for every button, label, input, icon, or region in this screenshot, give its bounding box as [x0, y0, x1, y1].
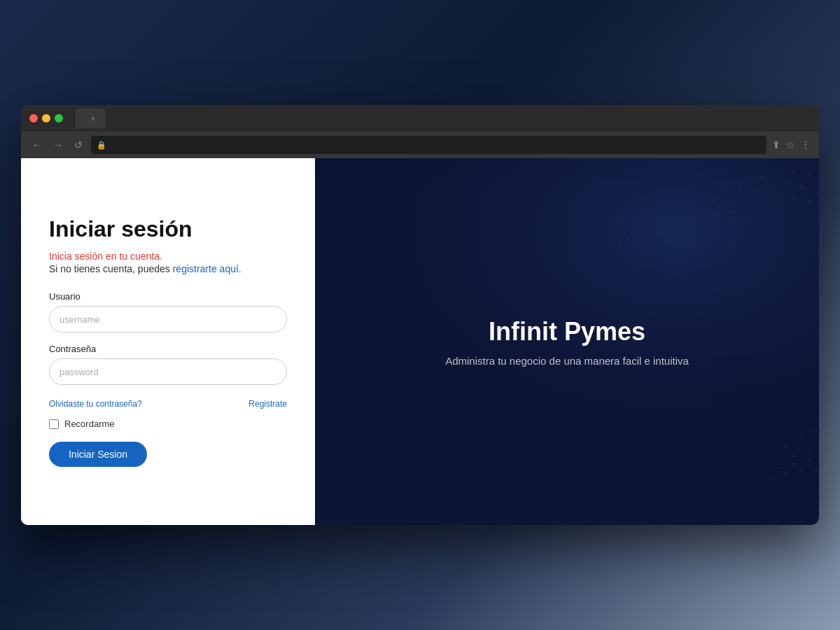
svg-point-23	[732, 202, 734, 204]
svg-point-43	[800, 470, 802, 472]
svg-point-52	[687, 233, 688, 234]
svg-point-46	[596, 233, 598, 234]
svg-point-29	[800, 436, 802, 438]
browser-window: × ← → ↺ 🔒 ⬆ ☆ ⋮ Iniciar sesión Inicia se…	[21, 105, 819, 525]
address-bar[interactable]: 🔒	[91, 136, 766, 154]
svg-point-4	[792, 171, 794, 173]
password-input[interactable]	[49, 358, 287, 385]
svg-point-24	[702, 218, 704, 220]
svg-point-16	[807, 201, 809, 203]
svg-point-10	[800, 186, 802, 188]
svg-point-57	[664, 242, 666, 244]
login-button[interactable]: Iniciar Sesion	[49, 442, 147, 467]
browser-titlebar: ×	[21, 105, 819, 132]
svg-point-55	[634, 246, 636, 248]
forgot-password-link[interactable]: Olvidaste tu contraseña?	[49, 399, 142, 409]
svg-point-28	[785, 444, 787, 446]
svg-point-50	[657, 232, 658, 233]
login-title: Iniciar sesión	[49, 216, 287, 242]
svg-point-47	[612, 229, 613, 230]
svg-point-27	[747, 216, 749, 218]
subtitle-prefix: Si no tienes cuenta, puedes	[49, 263, 173, 274]
register-link[interactable]: Registrate	[248, 399, 287, 409]
svg-point-48	[626, 239, 628, 240]
svg-point-41	[769, 478, 771, 480]
lock-icon: 🔒	[97, 141, 106, 150]
active-tab[interactable]: ×	[76, 108, 105, 128]
tab-bar: ×	[76, 108, 811, 128]
username-label: Usuario	[49, 291, 287, 302]
remember-label: Recordarme	[64, 419, 115, 429]
svg-point-44	[815, 468, 817, 470]
svg-point-59	[694, 244, 696, 246]
svg-point-58	[680, 246, 681, 248]
traffic-lights	[29, 114, 63, 122]
login-panel: Iniciar sesión Inicia sesión en tu cuent…	[21, 158, 315, 525]
bookmark-icon[interactable]: ☆	[786, 139, 795, 150]
svg-point-51	[672, 237, 673, 239]
svg-point-13	[762, 202, 764, 204]
svg-point-54	[619, 242, 620, 244]
close-button-traffic[interactable]	[29, 114, 38, 122]
minimize-button-traffic[interactable]	[42, 114, 50, 122]
share-icon[interactable]: ⬆	[772, 139, 780, 150]
svg-point-42	[785, 474, 787, 476]
svg-point-53	[604, 244, 606, 246]
username-input[interactable]	[49, 306, 287, 332]
svg-point-7	[755, 191, 757, 193]
svg-point-3	[777, 172, 779, 174]
form-actions: Olvidaste tu contraseña? Registrate	[49, 399, 287, 409]
svg-point-1	[747, 180, 749, 182]
svg-point-37	[792, 463, 794, 465]
subtitle-line1: Inicia sesión en tu cuenta.	[49, 251, 287, 262]
forward-button[interactable]: →	[50, 136, 66, 153]
svg-point-19	[710, 195, 712, 197]
password-group: Contraseña	[49, 344, 287, 385]
svg-point-56	[650, 244, 651, 246]
reload-button[interactable]: ↺	[71, 136, 85, 153]
svg-point-5	[807, 174, 809, 176]
svg-point-9	[785, 183, 787, 186]
remember-me-group: Recordarme	[49, 419, 287, 429]
svg-point-30	[815, 429, 817, 431]
maximize-button-traffic[interactable]	[55, 114, 63, 122]
svg-point-14	[777, 199, 779, 201]
svg-point-26	[732, 211, 734, 214]
browser-toolbar: ← → ↺ 🔒 ⬆ ☆ ⋮	[21, 132, 819, 158]
hero-panel: // Generate dots inline via SVG	[315, 158, 819, 525]
menu-icon[interactable]: ⋮	[801, 139, 811, 150]
svg-point-8	[769, 188, 771, 190]
svg-point-33	[807, 450, 809, 452]
password-label: Contraseña	[49, 344, 287, 354]
subtitle-line2: Si no tienes cuenta, puedes registrarte …	[49, 263, 287, 274]
subtitle-colored-text: Inicia sesión en tu cuenta.	[49, 251, 162, 262]
svg-point-22	[717, 206, 719, 209]
back-button[interactable]: ←	[29, 136, 45, 153]
page-content: Iniciar sesión Inicia sesión en tu cuent…	[21, 158, 819, 525]
remember-checkbox[interactable]	[49, 419, 59, 429]
svg-point-11	[815, 191, 817, 193]
svg-point-2	[762, 176, 764, 178]
svg-point-15	[792, 196, 794, 198]
svg-point-20	[724, 189, 727, 191]
svg-point-21	[740, 186, 742, 188]
tab-close-icon[interactable]: ×	[91, 115, 95, 122]
toolbar-actions: ⬆ ☆ ⋮	[772, 139, 811, 150]
username-group: Usuario	[49, 291, 287, 332]
svg-point-36	[777, 466, 779, 468]
register-here-link[interactable]: registrarte aquí.	[173, 263, 241, 274]
svg-point-25	[717, 214, 719, 216]
hero-subtitle: Administra tu negocio de una manera faci…	[445, 355, 689, 367]
svg-point-32	[792, 455, 794, 457]
hero-title: Infinit Pymes	[489, 317, 645, 346]
svg-point-49	[642, 234, 643, 236]
svg-point-38	[807, 459, 809, 461]
